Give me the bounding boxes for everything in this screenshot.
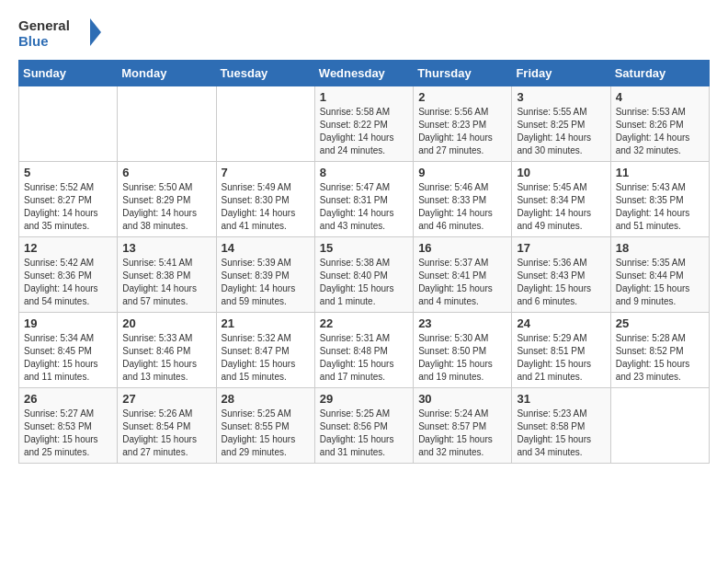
day-info: Sunrise: 5:50 AM Sunset: 8:29 PM Dayligh… xyxy=(122,181,210,233)
day-number: 9 xyxy=(418,166,506,179)
day-number: 22 xyxy=(320,316,408,330)
day-number: 1 xyxy=(320,90,408,104)
day-info: Sunrise: 5:30 AM Sunset: 8:50 PM Dayligh… xyxy=(418,332,506,384)
day-number: 27 xyxy=(122,392,210,406)
day-info: Sunrise: 5:34 AM Sunset: 8:45 PM Dayligh… xyxy=(24,332,112,384)
week-row-5: 26Sunrise: 5:27 AM Sunset: 8:53 PM Dayli… xyxy=(19,388,710,464)
day-info: Sunrise: 5:53 AM Sunset: 8:26 PM Dayligh… xyxy=(616,106,704,157)
calendar-cell: 3Sunrise: 5:55 AM Sunset: 8:25 PM Daylig… xyxy=(512,86,610,162)
calendar-cell: 1Sunrise: 5:58 AM Sunset: 8:22 PM Daylig… xyxy=(314,86,413,162)
day-info: Sunrise: 5:46 AM Sunset: 8:33 PM Dayligh… xyxy=(418,181,506,233)
logo: General Blue xyxy=(18,14,101,51)
day-number: 28 xyxy=(222,392,310,406)
day-number: 24 xyxy=(517,316,605,330)
header-day-sunday: Sunday xyxy=(19,61,118,86)
day-info: Sunrise: 5:29 AM Sunset: 8:51 PM Dayligh… xyxy=(517,332,605,384)
logo-svg: General Blue xyxy=(18,14,101,51)
calendar-cell: 29Sunrise: 5:25 AM Sunset: 8:56 PM Dayli… xyxy=(314,388,413,464)
day-info: Sunrise: 5:25 AM Sunset: 8:56 PM Dayligh… xyxy=(320,408,408,459)
svg-marker-2 xyxy=(90,18,101,46)
calendar-cell: 30Sunrise: 5:24 AM Sunset: 8:57 PM Dayli… xyxy=(414,388,512,464)
day-info: Sunrise: 5:32 AM Sunset: 8:47 PM Dayligh… xyxy=(222,332,310,384)
header-day-friday: Friday xyxy=(512,61,610,86)
day-info: Sunrise: 5:31 AM Sunset: 8:48 PM Dayligh… xyxy=(320,332,408,384)
calendar-cell: 14Sunrise: 5:39 AM Sunset: 8:39 PM Dayli… xyxy=(216,237,314,313)
calendar-cell: 13Sunrise: 5:41 AM Sunset: 8:38 PM Dayli… xyxy=(118,237,216,313)
calendar-cell: 17Sunrise: 5:36 AM Sunset: 8:43 PM Dayli… xyxy=(512,237,610,313)
day-info: Sunrise: 5:43 AM Sunset: 8:35 PM Dayligh… xyxy=(616,181,704,233)
day-number: 30 xyxy=(418,392,506,406)
calendar-cell: 12Sunrise: 5:42 AM Sunset: 8:36 PM Dayli… xyxy=(19,237,118,313)
day-number: 13 xyxy=(122,241,210,255)
calendar-cell: 10Sunrise: 5:45 AM Sunset: 8:34 PM Dayli… xyxy=(512,162,610,237)
day-number: 3 xyxy=(517,90,605,104)
day-info: Sunrise: 5:39 AM Sunset: 8:39 PM Dayligh… xyxy=(222,257,310,308)
day-info: Sunrise: 5:23 AM Sunset: 8:58 PM Dayligh… xyxy=(517,408,605,459)
day-number: 16 xyxy=(418,241,506,255)
day-info: Sunrise: 5:33 AM Sunset: 8:46 PM Dayligh… xyxy=(122,332,210,384)
day-number: 25 xyxy=(616,316,704,330)
day-number: 5 xyxy=(24,166,112,179)
day-info: Sunrise: 5:24 AM Sunset: 8:57 PM Dayligh… xyxy=(418,408,506,459)
calendar-cell: 16Sunrise: 5:37 AM Sunset: 8:41 PM Dayli… xyxy=(414,237,512,313)
day-info: Sunrise: 5:49 AM Sunset: 8:30 PM Dayligh… xyxy=(222,181,310,233)
calendar-cell: 26Sunrise: 5:27 AM Sunset: 8:53 PM Dayli… xyxy=(19,388,118,464)
week-row-2: 5Sunrise: 5:52 AM Sunset: 8:27 PM Daylig… xyxy=(19,162,710,237)
day-number: 15 xyxy=(320,241,408,255)
day-number: 4 xyxy=(616,90,704,104)
day-number: 19 xyxy=(24,316,112,330)
day-info: Sunrise: 5:38 AM Sunset: 8:40 PM Dayligh… xyxy=(320,257,408,308)
day-number: 31 xyxy=(517,392,605,406)
calendar-cell: 22Sunrise: 5:31 AM Sunset: 8:48 PM Dayli… xyxy=(314,313,413,388)
day-number: 26 xyxy=(24,392,112,406)
calendar-cell: 21Sunrise: 5:32 AM Sunset: 8:47 PM Dayli… xyxy=(216,313,314,388)
day-number: 11 xyxy=(616,166,704,179)
day-info: Sunrise: 5:27 AM Sunset: 8:53 PM Dayligh… xyxy=(24,408,112,459)
calendar-cell: 24Sunrise: 5:29 AM Sunset: 8:51 PM Dayli… xyxy=(512,313,610,388)
calendar-cell: 8Sunrise: 5:47 AM Sunset: 8:31 PM Daylig… xyxy=(314,162,413,237)
calendar-body: 1Sunrise: 5:58 AM Sunset: 8:22 PM Daylig… xyxy=(19,86,710,464)
day-number: 29 xyxy=(320,392,408,406)
day-info: Sunrise: 5:36 AM Sunset: 8:43 PM Dayligh… xyxy=(517,257,605,308)
day-number: 18 xyxy=(616,241,704,255)
day-number: 8 xyxy=(320,166,408,179)
day-number: 6 xyxy=(122,166,210,179)
calendar-cell: 25Sunrise: 5:28 AM Sunset: 8:52 PM Dayli… xyxy=(610,313,709,388)
day-info: Sunrise: 5:37 AM Sunset: 8:41 PM Dayligh… xyxy=(418,257,506,308)
day-info: Sunrise: 5:45 AM Sunset: 8:34 PM Dayligh… xyxy=(517,181,605,233)
day-info: Sunrise: 5:35 AM Sunset: 8:44 PM Dayligh… xyxy=(616,257,704,308)
calendar-cell xyxy=(610,388,709,464)
day-info: Sunrise: 5:41 AM Sunset: 8:38 PM Dayligh… xyxy=(122,257,210,308)
calendar-table: SundayMondayTuesdayWednesdayThursdayFrid… xyxy=(18,60,710,464)
calendar-cell: 15Sunrise: 5:38 AM Sunset: 8:40 PM Dayli… xyxy=(314,237,413,313)
day-info: Sunrise: 5:47 AM Sunset: 8:31 PM Dayligh… xyxy=(320,181,408,233)
day-info: Sunrise: 5:26 AM Sunset: 8:54 PM Dayligh… xyxy=(122,408,210,459)
header-day-thursday: Thursday xyxy=(414,61,512,86)
calendar-cell: 20Sunrise: 5:33 AM Sunset: 8:46 PM Dayli… xyxy=(118,313,216,388)
calendar-cell: 5Sunrise: 5:52 AM Sunset: 8:27 PM Daylig… xyxy=(19,162,118,237)
day-number: 17 xyxy=(517,241,605,255)
calendar-cell: 23Sunrise: 5:30 AM Sunset: 8:50 PM Dayli… xyxy=(414,313,512,388)
day-info: Sunrise: 5:58 AM Sunset: 8:22 PM Dayligh… xyxy=(320,106,408,157)
week-row-4: 19Sunrise: 5:34 AM Sunset: 8:45 PM Dayli… xyxy=(19,313,710,388)
day-number: 7 xyxy=(222,166,310,179)
day-info: Sunrise: 5:56 AM Sunset: 8:23 PM Dayligh… xyxy=(418,106,506,157)
calendar-cell: 19Sunrise: 5:34 AM Sunset: 8:45 PM Dayli… xyxy=(19,313,118,388)
calendar-cell: 9Sunrise: 5:46 AM Sunset: 8:33 PM Daylig… xyxy=(414,162,512,237)
day-number: 14 xyxy=(222,241,310,255)
calendar-cell xyxy=(216,86,314,162)
day-info: Sunrise: 5:42 AM Sunset: 8:36 PM Dayligh… xyxy=(24,257,112,308)
day-number: 10 xyxy=(517,166,605,179)
day-info: Sunrise: 5:25 AM Sunset: 8:55 PM Dayligh… xyxy=(222,408,310,459)
calendar-cell xyxy=(19,86,118,162)
calendar-cell: 18Sunrise: 5:35 AM Sunset: 8:44 PM Dayli… xyxy=(610,237,709,313)
calendar-cell: 7Sunrise: 5:49 AM Sunset: 8:30 PM Daylig… xyxy=(216,162,314,237)
week-row-1: 1Sunrise: 5:58 AM Sunset: 8:22 PM Daylig… xyxy=(19,86,710,162)
header-row: SundayMondayTuesdayWednesdayThursdayFrid… xyxy=(19,61,710,86)
calendar-cell: 27Sunrise: 5:26 AM Sunset: 8:54 PM Dayli… xyxy=(118,388,216,464)
day-number: 21 xyxy=(222,316,310,330)
calendar-cell: 11Sunrise: 5:43 AM Sunset: 8:35 PM Dayli… xyxy=(610,162,709,237)
svg-text:General: General xyxy=(18,17,70,33)
calendar-header: SundayMondayTuesdayWednesdayThursdayFrid… xyxy=(19,61,710,86)
calendar-cell: 28Sunrise: 5:25 AM Sunset: 8:55 PM Dayli… xyxy=(216,388,314,464)
